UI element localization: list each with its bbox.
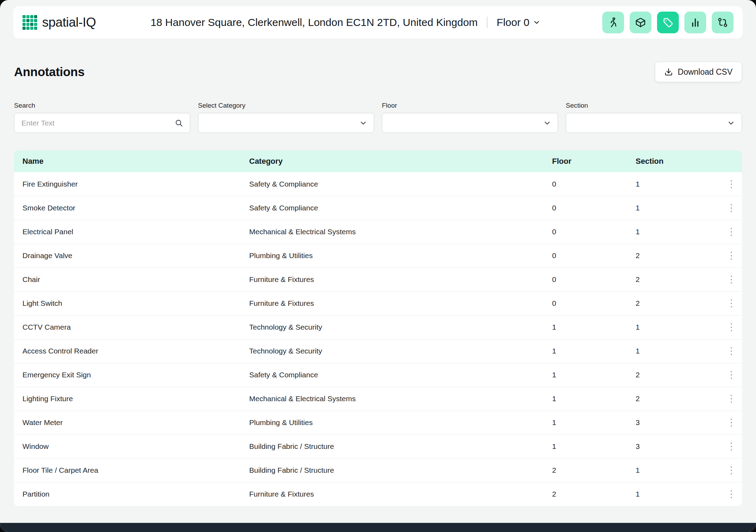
row-menu-button[interactable]: ⋮	[722, 486, 741, 502]
cell-section: 1	[627, 458, 721, 482]
bar-chart-icon[interactable]	[684, 12, 706, 33]
cell-category: Plumbing & Utilities	[241, 244, 544, 268]
cube-icon[interactable]	[630, 12, 651, 33]
cell-name: Partition	[14, 482, 241, 506]
cell-name: Lighting Fixture	[14, 387, 241, 411]
cell-floor: 1	[544, 435, 627, 458]
cell-section: 2	[627, 291, 721, 315]
logo-text: spatial-IQ	[42, 15, 96, 30]
annotations-table: Name Category Floor Section Fire Extingu…	[14, 150, 742, 506]
cell-name: Light Switch	[14, 291, 241, 315]
row-menu-button[interactable]: ⋮	[722, 367, 741, 383]
cell-name: Smoke Detector	[14, 196, 241, 220]
category-label: Select Category	[198, 102, 374, 109]
cell-category: Mechanical & Electrical Systems	[241, 220, 544, 244]
cell-category: Building Fabric / Structure	[241, 435, 544, 458]
row-menu-button[interactable]: ⋮	[722, 248, 741, 263]
cell-section: 2	[627, 363, 721, 387]
main-content: Annotations Download CSV Search	[0, 39, 756, 523]
app-header: spatial-IQ 18 Hanover Square, Clerkenwel…	[13, 6, 743, 39]
cell-section: 2	[627, 268, 721, 291]
column-header-category: Category	[241, 150, 544, 172]
floor-label: Floor	[382, 102, 558, 109]
table-row: Window Building Fabric / Structure 1 3 ⋮	[14, 435, 742, 458]
chevron-down-icon	[533, 19, 541, 26]
floor-selector-label: Floor 0	[497, 16, 529, 28]
filter-bar: Search Select Category	[14, 102, 742, 133]
cell-floor: 2	[544, 458, 627, 482]
download-csv-button[interactable]: Download CSV	[655, 62, 742, 82]
row-menu-button[interactable]: ⋮	[722, 272, 741, 287]
cell-category: Safety & Compliance	[241, 363, 544, 387]
table-row: Access Control Reader Technology & Secur…	[14, 339, 742, 363]
cell-section: 1	[627, 196, 721, 220]
cell-floor: 2	[544, 482, 627, 506]
row-menu-button[interactable]: ⋮	[722, 296, 741, 311]
floor-select[interactable]	[382, 113, 558, 133]
table-row: Electrical Panel Mechanical & Electrical…	[14, 220, 742, 244]
title-row: Annotations Download CSV	[14, 62, 742, 82]
cell-section: 3	[627, 411, 721, 435]
cell-category: Building Fabric / Structure	[241, 458, 544, 482]
cell-category: Safety & Compliance	[241, 172, 544, 196]
category-select[interactable]	[198, 113, 374, 133]
cell-section: 3	[627, 435, 721, 458]
chevron-down-icon	[543, 119, 551, 127]
cell-name: Electrical Panel	[14, 220, 241, 244]
table-row: CCTV Camera Technology & Security 1 1 ⋮	[14, 315, 742, 339]
row-menu-button[interactable]: ⋮	[722, 439, 741, 454]
cell-section: 1	[627, 220, 721, 244]
row-menu-button[interactable]: ⋮	[722, 176, 741, 192]
table-row: Fire Extinguisher Safety & Compliance 0 …	[14, 172, 742, 196]
floor-selector[interactable]: Floor 0	[497, 16, 541, 28]
section-filter: Section	[566, 102, 742, 133]
cell-name: Fire Extinguisher	[14, 172, 241, 196]
cell-name: Drainage Valve	[14, 244, 241, 268]
row-menu-button[interactable]: ⋮	[722, 343, 741, 359]
cell-floor: 0	[544, 220, 627, 244]
category-filter: Select Category	[198, 102, 374, 133]
row-menu-button[interactable]: ⋮	[722, 224, 741, 240]
cell-category: Plumbing & Utilities	[241, 411, 544, 435]
logo-grid-icon	[22, 14, 38, 31]
search-input[interactable]	[21, 119, 174, 127]
cell-section: 2	[627, 387, 721, 411]
search-icon[interactable]	[174, 119, 184, 128]
section-select[interactable]	[566, 113, 742, 133]
cell-floor: 1	[544, 339, 627, 363]
cell-category: Mechanical & Electrical Systems	[241, 387, 544, 411]
column-header-name: Name	[14, 150, 241, 172]
property-address: 18 Hanover Square, Clerkenwell, London E…	[151, 16, 478, 28]
cell-section: 1	[627, 339, 721, 363]
cell-floor: 1	[544, 387, 627, 411]
walking-person-icon[interactable]	[602, 12, 624, 33]
table-row: Floor Tile / Carpet Area Building Fabric…	[14, 458, 742, 482]
cell-category: Furniture & Fixtures	[241, 482, 544, 506]
app-window: spatial-IQ 18 Hanover Square, Clerkenwel…	[0, 0, 756, 532]
row-menu-button[interactable]: ⋮	[722, 391, 741, 406]
cell-category: Furniture & Fixtures	[241, 291, 544, 315]
row-menu-button[interactable]: ⋮	[722, 200, 741, 216]
workflow-icon[interactable]	[712, 12, 734, 33]
cell-name: Floor Tile / Carpet Area	[14, 458, 241, 482]
header-center: 18 Hanover Square, Clerkenwell, London E…	[96, 16, 595, 28]
cell-floor: 0	[544, 244, 627, 268]
table-header-row: Name Category Floor Section	[14, 150, 742, 172]
cell-floor: 0	[544, 291, 627, 315]
page-title: Annotations	[14, 65, 85, 79]
header-toolbar	[602, 12, 734, 33]
cell-section: 1	[627, 172, 721, 196]
tag-icon[interactable]	[657, 12, 679, 33]
row-menu-button[interactable]: ⋮	[722, 319, 741, 335]
section-label: Section	[566, 102, 742, 109]
download-icon	[664, 68, 673, 76]
row-menu-button[interactable]: ⋮	[722, 415, 741, 430]
header-divider	[487, 16, 488, 28]
table-row: Smoke Detector Safety & Compliance 0 1 ⋮	[14, 196, 742, 220]
cell-floor: 0	[544, 196, 627, 220]
cell-floor: 0	[544, 268, 627, 291]
cell-floor: 1	[544, 363, 627, 387]
column-header-section: Section	[627, 150, 721, 172]
row-menu-button[interactable]: ⋮	[722, 463, 741, 478]
cell-category: Furniture & Fixtures	[241, 268, 544, 291]
